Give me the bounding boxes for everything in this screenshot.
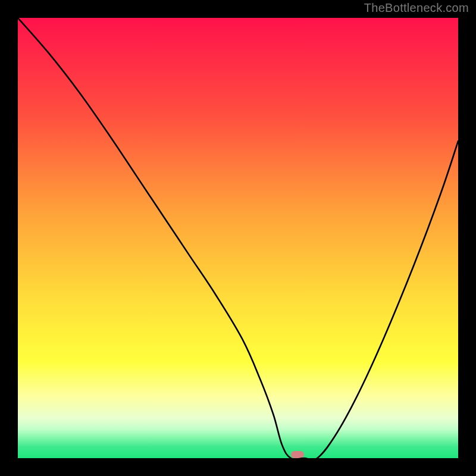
plot-area — [18, 18, 458, 458]
watermark-text: TheBottleneck.com — [364, 1, 469, 15]
chart-frame: TheBottleneck.com — [0, 0, 476, 476]
bottleneck-curve — [18, 18, 458, 458]
bottleneck-curve-path — [18, 18, 458, 458]
